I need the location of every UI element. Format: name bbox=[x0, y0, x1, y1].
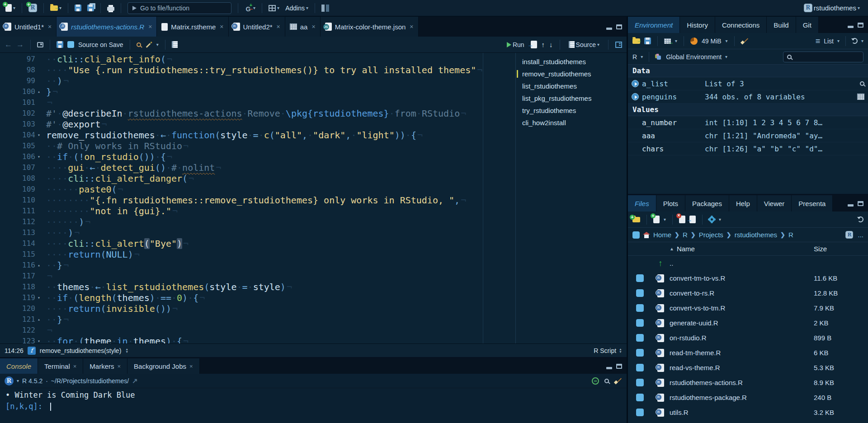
suspend-session-icon[interactable]: ∞ bbox=[592, 377, 599, 385]
file-checkbox[interactable] bbox=[636, 334, 644, 342]
console-tab[interactable]: Markers× bbox=[83, 358, 127, 374]
code-line[interactable]: 100▴}¬ bbox=[0, 86, 515, 97]
code-line[interactable]: 120····return(invisible())¬ bbox=[0, 303, 515, 314]
breadcrumb-item[interactable]: Projects bbox=[699, 231, 723, 239]
file-checkbox[interactable] bbox=[636, 394, 644, 401]
new-folder-icon[interactable] bbox=[632, 217, 640, 222]
open-file-button[interactable]: ▾ bbox=[48, 4, 63, 12]
file-type-spinner-icon[interactable]: ▲▼ bbox=[619, 348, 622, 353]
editor-tab[interactable]: rstudiothemes-actions.R× bbox=[57, 17, 157, 37]
home-icon[interactable] bbox=[643, 232, 650, 238]
document-outline-icon[interactable] bbox=[615, 42, 622, 48]
file-checkbox[interactable] bbox=[636, 364, 644, 371]
tab-files[interactable]: Files bbox=[628, 195, 656, 212]
file-type-label[interactable]: R Script bbox=[594, 347, 616, 354]
breadcrumb-item[interactable]: rstudiothemes bbox=[735, 231, 777, 239]
fold-marker-icon[interactable]: ▾ bbox=[35, 336, 42, 343]
file-checkbox[interactable] bbox=[636, 349, 644, 357]
search-console-icon[interactable] bbox=[604, 379, 609, 383]
code-line[interactable]: 103#'·@export¬ bbox=[0, 119, 515, 130]
outline-item[interactable]: list_pkg_rstudiothemes bbox=[516, 92, 627, 104]
scope-spinner-icon[interactable]: ▲▼ bbox=[125, 348, 128, 353]
memory-usage-label[interactable]: 49 MiB bbox=[702, 38, 722, 45]
fold-marker-icon[interactable]: ▴ bbox=[35, 314, 42, 325]
code-line[interactable]: 110········"{.fn rstudiothemes::remove_r… bbox=[0, 195, 515, 206]
close-icon[interactable]: × bbox=[118, 363, 121, 370]
code-line[interactable]: 107····gui·←·detect_gui()·#·nolint¬ bbox=[0, 162, 515, 173]
tab-connections[interactable]: Connections bbox=[715, 17, 767, 33]
maximize-icon[interactable] bbox=[616, 364, 622, 369]
code-line[interactable]: 117¬ bbox=[0, 271, 515, 282]
code-tools-icon[interactable] bbox=[145, 42, 152, 48]
fold-marker-icon[interactable]: ▾ bbox=[35, 292, 42, 303]
outline-item[interactable]: install_rstudiothemes bbox=[516, 56, 627, 68]
code-line[interactable]: 111········"not in {gui}."¬ bbox=[0, 206, 515, 216]
breadcrumb-overflow[interactable]: ... bbox=[858, 231, 863, 239]
console-output[interactable]: • Winter is Coming Dark Blue[n,k,q]: bbox=[0, 388, 627, 423]
tab-environment[interactable]: Environment bbox=[628, 17, 680, 33]
save-all-button[interactable] bbox=[85, 3, 96, 13]
code-line[interactable]: 113····)¬ bbox=[0, 227, 515, 238]
minimize-icon[interactable] bbox=[606, 367, 612, 369]
file-row[interactable]: read-tm-theme.R6 KB bbox=[628, 345, 868, 360]
clear-console-icon[interactable] bbox=[614, 377, 622, 384]
env-row[interactable]: charschr [1:26] "a" "b" "c" "d"… bbox=[628, 142, 868, 155]
minimize-icon[interactable] bbox=[606, 28, 612, 30]
code-line[interactable]: 122¬ bbox=[0, 325, 515, 336]
breadcrumb-item[interactable]: R bbox=[788, 231, 793, 239]
expand-object-icon[interactable] bbox=[632, 80, 639, 87]
code-line[interactable]: 115····return(NULL)¬ bbox=[0, 249, 515, 260]
code-line[interactable]: 116▴··}¬ bbox=[0, 260, 515, 271]
file-row[interactable]: utils.R3.2 KB bbox=[628, 405, 868, 420]
code-line[interactable]: 121▴··}¬ bbox=[0, 314, 515, 325]
fold-marker-icon[interactable]: ▴ bbox=[35, 86, 42, 97]
print-button[interactable] bbox=[105, 4, 116, 12]
goto-directory-icon[interactable]: ↗ bbox=[132, 377, 138, 385]
more-options-gear-icon[interactable] bbox=[709, 216, 715, 222]
fold-marker-icon[interactable]: ▾ bbox=[35, 130, 42, 141]
file-row[interactable]: convert-tm-to-vs.R11.6 KB bbox=[628, 271, 868, 286]
close-icon[interactable]: × bbox=[220, 23, 223, 30]
copy-file-icon[interactable] bbox=[689, 216, 696, 223]
tab-presenta[interactable]: Presenta bbox=[792, 195, 833, 212]
code-line[interactable]: 99··)¬ bbox=[0, 75, 515, 86]
minimize-icon[interactable] bbox=[848, 26, 854, 28]
tab-packages[interactable]: Packages bbox=[685, 195, 729, 212]
outline-item[interactable]: try_rstudiothemes bbox=[516, 104, 627, 117]
refresh-icon[interactable] bbox=[858, 216, 863, 222]
new-file-button[interactable]: ▾ bbox=[4, 3, 17, 13]
file-checkbox[interactable] bbox=[636, 409, 644, 416]
import-dataset-icon[interactable] bbox=[664, 38, 671, 44]
editor-tab[interactable]: aa× bbox=[285, 17, 321, 37]
tab-build[interactable]: Build bbox=[767, 17, 796, 33]
code-line[interactable]: 118··themes·←·list_rstudiothemes(style·=… bbox=[0, 282, 515, 292]
file-checkbox[interactable] bbox=[636, 274, 644, 282]
view-table-icon[interactable] bbox=[857, 94, 864, 100]
compile-report-icon[interactable] bbox=[172, 41, 178, 48]
console-tab[interactable]: Console bbox=[0, 358, 38, 374]
source-button[interactable]: Source▾ bbox=[567, 40, 601, 50]
save-icon[interactable] bbox=[57, 41, 63, 48]
console-tab[interactable]: Terminal× bbox=[38, 358, 83, 374]
language-selector[interactable]: R bbox=[632, 53, 637, 61]
close-icon[interactable]: × bbox=[48, 23, 52, 30]
code-line[interactable]: 123▾··for·(theme·in·themes)·{¬ bbox=[0, 336, 515, 343]
maximize-icon[interactable] bbox=[616, 24, 622, 29]
rerun-icon[interactable] bbox=[531, 41, 537, 48]
file-row[interactable]: convert-to-rs.R12.8 KB bbox=[628, 286, 868, 301]
file-checkbox[interactable] bbox=[636, 379, 644, 386]
close-icon[interactable]: × bbox=[189, 363, 193, 370]
env-row[interactable]: aaachr [1:21] "Andromeda" "ay… bbox=[628, 129, 868, 142]
inspect-object-icon[interactable] bbox=[860, 81, 864, 86]
tab-viewer[interactable]: Viewer bbox=[757, 195, 792, 212]
save-workspace-icon[interactable] bbox=[644, 38, 651, 44]
file-row[interactable]: rstudiothemes-package.R240 B bbox=[628, 390, 868, 405]
scope-label[interactable]: remove_rstudiothemes(style) bbox=[40, 347, 122, 354]
workspace-panes-button[interactable]: ▾ bbox=[267, 4, 281, 13]
tab-help[interactable]: Help bbox=[729, 195, 757, 212]
editor-tab[interactable]: Matrix.rstheme× bbox=[157, 17, 228, 37]
panel-layout-button[interactable] bbox=[320, 3, 331, 13]
memory-usage-icon[interactable] bbox=[690, 38, 698, 45]
code-line[interactable]: 105··# Only works in RStudio¬ bbox=[0, 141, 515, 151]
environment-search-input[interactable] bbox=[783, 52, 863, 62]
